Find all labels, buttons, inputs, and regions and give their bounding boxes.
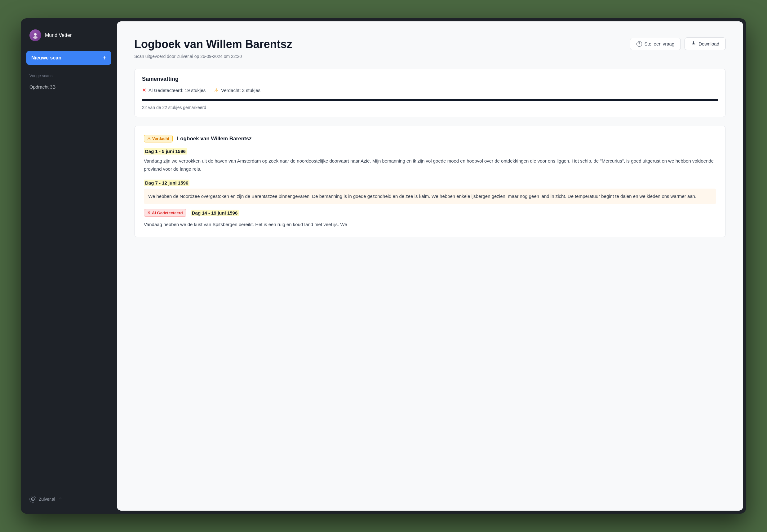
day2-heading: Dag 7 - 12 juni 1596 bbox=[144, 180, 189, 186]
verdacht-label: Verdacht: 3 stukjes bbox=[221, 88, 261, 93]
verdacht-badge: ⚠ Verdacht bbox=[144, 135, 173, 142]
svg-point-1 bbox=[33, 36, 37, 39]
chevron-up-icon: ⌃ bbox=[59, 497, 62, 501]
document-title: Logboek van Willem Barentsz bbox=[134, 37, 292, 51]
document-header: Logboek van Willem Barentsz ? Stel een v… bbox=[134, 37, 726, 51]
download-button[interactable]: Download bbox=[685, 37, 726, 50]
day1-heading-block: Dag 1 - 5 juni 1596 bbox=[144, 148, 716, 155]
day2-text-highlighted: We hebben de Noordzee overgestoken en zi… bbox=[144, 189, 716, 204]
avatar bbox=[29, 29, 41, 41]
warning-badge-icon: ⚠ bbox=[147, 137, 151, 141]
x-badge-icon: ✕ bbox=[147, 211, 150, 215]
summary-section: Samenvatting ✕ Al Gedetecteerd: 19 stukj… bbox=[134, 69, 726, 117]
download-button-label: Download bbox=[699, 41, 719, 46]
entry-title-row: ⚠ Verdacht Logboek van Willem Barentsz bbox=[144, 135, 716, 142]
x-icon: ✕ bbox=[142, 87, 146, 93]
ai-badge-row: ✕ Al Gedetecteerd Dag 14 - 19 juni 1596 bbox=[144, 209, 716, 217]
user-name: Mund Vetter bbox=[45, 33, 72, 38]
sidebar-footer[interactable]: Zuiver.ai ⌃ bbox=[26, 493, 111, 505]
summary-stats: ✕ Al Gedetecteerd: 19 stukjes ⚠ Verdacht… bbox=[142, 87, 718, 93]
header-actions: ? Stel een vraag Download bbox=[630, 37, 726, 50]
plus-icon: + bbox=[103, 55, 106, 61]
day1-text: Vandaag zijn we vertrokken uit de haven … bbox=[144, 157, 716, 173]
ask-button-label: Stel een vraag bbox=[645, 41, 675, 46]
brand-logo bbox=[29, 496, 36, 503]
ask-question-button[interactable]: ? Stel een vraag bbox=[630, 38, 681, 50]
new-scan-label: Nieuwe scan bbox=[31, 55, 61, 61]
question-icon: ? bbox=[637, 41, 642, 47]
main-content: Logboek van Willem Barentsz ? Stel een v… bbox=[117, 21, 743, 511]
app-window: Mund Vetter Nieuwe scan + Vorige scans O… bbox=[21, 18, 746, 514]
document-content-card: ⚠ Verdacht Logboek van Willem Barentsz D… bbox=[134, 126, 726, 237]
summary-title: Samenvatting bbox=[142, 76, 718, 82]
brand-name: Zuiver.ai bbox=[39, 497, 55, 502]
entry-document-title: Logboek van Willem Barentsz bbox=[177, 136, 252, 142]
ai-detected-badge: ✕ Al Gedetecteerd bbox=[144, 209, 186, 217]
progress-bar-container bbox=[142, 99, 718, 101]
warning-icon: ⚠ bbox=[214, 87, 219, 93]
svg-point-0 bbox=[34, 33, 37, 36]
day3-text: Vandaag hebben we de kust van Spitsberge… bbox=[144, 220, 716, 229]
progress-label: 22 van de 22 stukjes gemarkeerd bbox=[142, 105, 718, 110]
sidebar-item-opdracht3b[interactable]: Opdracht 3B bbox=[26, 81, 111, 93]
new-scan-button[interactable]: Nieuwe scan + bbox=[26, 51, 111, 65]
previous-scans-label: Vorige scans bbox=[26, 73, 111, 78]
sidebar: Mund Vetter Nieuwe scan + Vorige scans O… bbox=[21, 18, 117, 514]
user-profile[interactable]: Mund Vetter bbox=[26, 27, 111, 44]
day1-heading: Dag 1 - 5 juni 1596 bbox=[144, 148, 187, 155]
scan-metadata: Scan uitgevoerd door Zuiver.ai op 26-09-… bbox=[134, 54, 726, 59]
verdacht-stat: ⚠ Verdacht: 3 stukjes bbox=[214, 87, 261, 93]
download-icon bbox=[691, 41, 696, 47]
verdacht-badge-label: Verdacht bbox=[152, 136, 169, 141]
ai-detected-label: Al Gedetecteerd: 19 stukjes bbox=[148, 88, 206, 93]
ai-badge-label: Al Gedetecteerd bbox=[152, 211, 183, 215]
day3-heading: Dag 14 - 19 juni 1596 bbox=[190, 210, 239, 216]
day2-heading-block: Dag 7 - 12 juni 1596 bbox=[144, 180, 716, 186]
progress-bar-fill bbox=[142, 99, 718, 101]
ai-detected-stat: ✕ Al Gedetecteerd: 19 stukjes bbox=[142, 87, 206, 93]
